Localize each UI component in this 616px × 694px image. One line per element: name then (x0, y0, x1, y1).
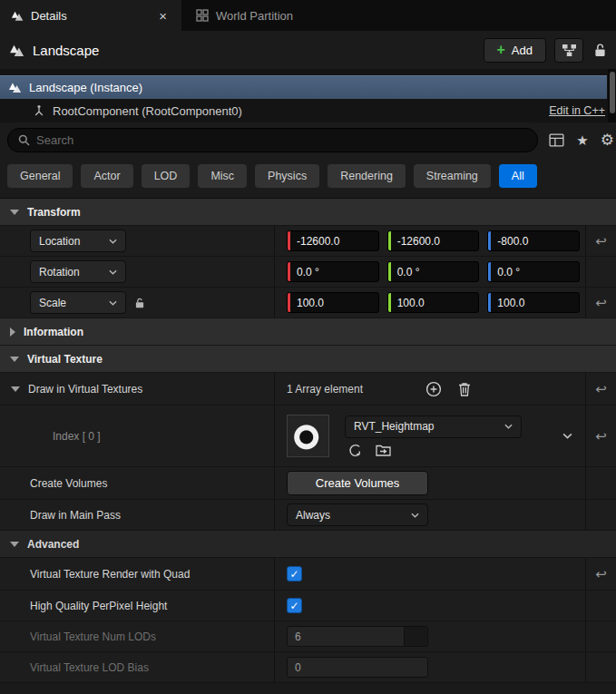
chevron-down-icon[interactable] (11, 386, 20, 392)
field-value: 0 (295, 661, 301, 674)
scale-dropdown[interactable]: Scale (30, 291, 126, 314)
lod-bias-label-cell: Virtual Texture LOD Bias (0, 652, 274, 682)
rotation-x-field[interactable]: 0.0 ° (287, 261, 379, 282)
tab-close-icon[interactable]: × (155, 8, 171, 24)
index-label-cell: Index [ 0 ] (0, 406, 274, 466)
filter-physics[interactable]: Physics (255, 164, 319, 188)
revert-icon: ↩ (595, 428, 607, 445)
main-pass-value: Always (274, 500, 585, 530)
location-revert-button[interactable]: ↩ (585, 226, 616, 256)
property-label: High Quality PerPixel Height (30, 600, 167, 612)
location-z-value: -800.0 (491, 235, 528, 248)
quad-checkbox[interactable]: ✓ (287, 566, 302, 582)
search-input[interactable] (36, 133, 527, 147)
details-lock-button[interactable] (592, 43, 609, 58)
property-label: Draw in Main Pass (30, 509, 121, 522)
asset-dropdown[interactable]: RVT_Heightmap (345, 415, 522, 438)
rvt-asset-thumbnail[interactable] (287, 415, 329, 457)
index-expander-chevron[interactable] (562, 433, 572, 439)
tree-scrollbar[interactable] (608, 69, 616, 122)
add-button[interactable]: + Add (484, 38, 546, 63)
main-pass-dropdown[interactable]: Always (287, 503, 428, 526)
filter-streaming[interactable]: Streaming (414, 164, 491, 188)
filter-actor[interactable]: Actor (81, 164, 132, 188)
section-information[interactable]: Information (0, 318, 616, 346)
tab-world-partition[interactable]: World Partition (185, 0, 304, 31)
property-label: Virtual Texture Num LODs (30, 630, 156, 643)
section-advanced[interactable]: Advanced (0, 531, 616, 558)
scale-lock-icon[interactable] (134, 297, 145, 309)
filter-rendering[interactable]: Rendering (328, 164, 406, 188)
location-z-field[interactable]: -800.0 (487, 230, 580, 251)
chevron-down-icon (411, 513, 419, 518)
location-x-field[interactable]: -12600.0 (287, 230, 379, 251)
prop-row-create-volumes: Create Volumes Create Volumes (0, 467, 616, 500)
filter-label: General (20, 170, 60, 182)
display-options-icon[interactable] (549, 133, 564, 147)
rotation-y-field[interactable]: 0.0 ° (387, 261, 480, 282)
favorites-star-icon[interactable]: ★ (576, 133, 588, 147)
tree-scrollbar-handle[interactable] (610, 72, 615, 113)
scale-revert-button[interactable]: ↩ (585, 288, 616, 318)
scale-selector: Scale (0, 288, 274, 318)
page-title: Landscape (33, 43, 475, 58)
scale-x-field[interactable]: 100.0 (287, 292, 379, 313)
rotation-y-value: 0.0 ° (391, 266, 420, 279)
location-dropdown[interactable]: Location (30, 230, 126, 252)
filter-general[interactable]: General (7, 164, 73, 188)
trash-icon[interactable] (458, 382, 471, 396)
main-pass-label-cell: Draw in Main Pass (0, 500, 274, 530)
add-button-label: Add (512, 44, 533, 57)
use-selected-asset-icon[interactable] (348, 444, 362, 457)
section-virtual-texture[interactable]: Virtual Texture (0, 346, 616, 373)
chevron-right-icon (10, 327, 15, 337)
section-transform[interactable]: Transform (0, 199, 616, 226)
edit-in-cpp-link[interactable]: Edit in C++ (549, 104, 605, 117)
prop-row-location: Location -12600.0 -12600.0 -800.0 ↩ (0, 226, 616, 257)
property-label: Draw in Virtual Textures (28, 383, 142, 396)
section-title: Transform (27, 206, 81, 219)
prop-row-rotation: Rotation 0.0 ° 0.0 ° 0.0 ° (0, 257, 616, 288)
tab-details[interactable]: Details × (0, 0, 181, 31)
filter-label: Actor (93, 170, 120, 182)
location-y-field[interactable]: -12600.0 (387, 230, 480, 251)
index-value: RVT_Heightmap (274, 406, 585, 466)
draw-in-vt-revert-button[interactable]: ↩ (585, 373, 616, 405)
tab-world-partition-label: World Partition (216, 9, 293, 23)
filter-label: Physics (268, 170, 307, 182)
perpixel-checkbox[interactable]: ✓ (287, 598, 302, 613)
subobject-hierarchy-button[interactable] (554, 38, 583, 63)
filter-all[interactable]: All (499, 164, 537, 188)
add-element-icon[interactable] (425, 381, 442, 397)
scale-z-field[interactable]: 100.0 (487, 292, 580, 313)
create-volumes-button[interactable]: Create Volumes (287, 471, 428, 495)
prop-row-lod-bias: Virtual Texture LOD Bias 0 (0, 652, 616, 683)
filter-label: Misc (210, 170, 234, 182)
index-revert-button[interactable]: ↩ (585, 406, 616, 466)
tree-row-label: RootComponent (RootComponent0) (53, 104, 242, 118)
revert-column (585, 652, 616, 682)
rotation-dropdown[interactable]: Rotation (30, 260, 126, 283)
settings-gear-icon[interactable]: ⚙ (601, 132, 614, 148)
section-title: Virtual Texture (27, 353, 103, 366)
check-icon: ✓ (289, 568, 298, 581)
filter-misc[interactable]: Misc (198, 164, 247, 188)
num-lods-label-cell: Virtual Texture Num LODs (0, 621, 274, 651)
rotation-z-field[interactable]: 0.0 ° (487, 261, 580, 282)
lock-icon (593, 43, 607, 58)
filter-lod[interactable]: LOD (142, 164, 191, 188)
quad-revert-button[interactable]: ↩ (585, 558, 616, 590)
search-box[interactable] (7, 128, 538, 152)
filter-label: Streaming (426, 170, 478, 182)
scale-y-value: 100.0 (391, 297, 425, 309)
chevron-down-icon (10, 542, 19, 547)
browse-to-asset-icon[interactable] (376, 444, 391, 456)
dropdown-label: Location (39, 235, 80, 248)
tree-row-root-component[interactable]: RootComponent (RootComponent0) Edit in C… (0, 99, 616, 122)
button-label: Create Volumes (316, 476, 400, 490)
tree-row-landscape-instance[interactable]: Landscape (Instance) (0, 75, 607, 99)
tab-bar: Details × World Partition (0, 0, 616, 31)
check-icon: ✓ (289, 600, 298, 612)
scale-y-field[interactable]: 100.0 (387, 292, 480, 313)
tab-details-label: Details (31, 9, 135, 23)
